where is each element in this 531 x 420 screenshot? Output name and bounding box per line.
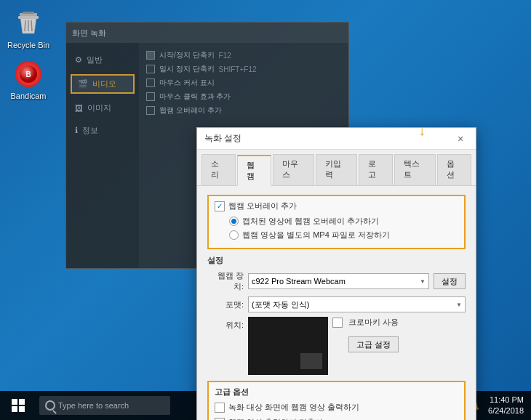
radio-option-2[interactable] xyxy=(229,230,239,240)
info-icon: ℹ xyxy=(75,126,78,135)
desktop: Recycle Bin B Bandicam 화면 녹 xyxy=(0,0,531,420)
bg-checkbox-1 xyxy=(146,51,155,60)
svg-line-2 xyxy=(25,20,25,31)
tab-options[interactable]: 옵션 xyxy=(437,154,471,185)
bandicam-image: B xyxy=(14,60,43,89)
svg-rect-5 xyxy=(18,16,39,19)
webcam-device-row: 웹캠 장치: c922 Pro Stream Webcam ▼ 설정 xyxy=(207,270,466,292)
gear-icon: ⚙ xyxy=(75,55,82,65)
bg-sidebar-image[interactable]: 🖼 이미지 xyxy=(66,97,139,119)
taskbar-date-value: 6/24/2018 xyxy=(488,405,524,416)
format-value: (포맷 자동 인식) xyxy=(252,299,309,310)
webcam-device-label: 웹캠 장치: xyxy=(207,270,244,292)
output-checkbox[interactable] xyxy=(215,403,225,413)
bg-sidebar-video[interactable]: 🎬 비디오 xyxy=(71,74,135,94)
advanced-settings-button[interactable]: 고급 설정 xyxy=(348,336,399,352)
advanced-options-title: 고급 옵션 xyxy=(215,387,458,397)
bg-menu-label-2: 일시 정지 단축키 xyxy=(159,64,215,74)
bg-checkbox-4 xyxy=(146,92,155,101)
bg-sidebar-general[interactable]: ⚙ 일반 xyxy=(66,49,139,71)
bg-menu-webcam: 웹캠 오버레이 추가 xyxy=(146,105,341,116)
bg-menu-label-1: 시작/정지 단축키 xyxy=(159,50,215,60)
bg-shortcut-1: F12 xyxy=(219,52,231,60)
webcam-overlay-section: 웹캠 오버레이 추가 캡처된 영상에 웹캠 오버레이 추가하기 웹캠 영상을 별… xyxy=(207,195,466,249)
bg-sidebar-video-label: 비디오 xyxy=(92,78,116,89)
webcam-overlay-label: 웹캠 오버레이 추가 xyxy=(228,201,297,211)
taskbar-clock: 11:40 PM 6/24/2018 xyxy=(488,395,524,417)
tab-mouse[interactable]: 마우스 xyxy=(273,154,314,185)
radio-option-1[interactable] xyxy=(229,217,239,226)
format-label: 포맷: xyxy=(207,299,244,310)
position-right-controls: 크로마키 사용 고급 설정 xyxy=(332,317,399,352)
tab-logo[interactable]: 로고 xyxy=(359,154,393,185)
taskbar-time-value: 11:40 PM xyxy=(488,395,524,405)
taskbar-search[interactable]: Type here to search xyxy=(39,396,170,415)
bg-shortcut-2: SHIFT+F12 xyxy=(219,65,257,73)
image-icon: 🖼 xyxy=(75,104,83,113)
chroma-key-checkbox[interactable] xyxy=(332,318,343,328)
dialog-tabs: 소리 웹캠 마우스 키입력 로고 텍스트 옵션 xyxy=(197,150,476,186)
chroma-key-label: 크로마키 사용 xyxy=(348,317,399,328)
format-row: 포맷: (포맷 자동 인식) ▼ xyxy=(207,296,466,312)
webcam-preview-inner xyxy=(300,353,322,369)
format-arrow: ▼ xyxy=(456,302,462,308)
position-preview-row: 크로마키 사용 고급 설정 xyxy=(248,317,466,375)
advanced-settings-btn-row: 고급 설정 xyxy=(332,336,399,352)
format-select[interactable]: (포맷 자동 인식) ▼ xyxy=(248,296,466,312)
dialog-body: 웹캠 오버레이 추가 캡처된 영상에 웹캠 오버레이 추가하기 웹캠 영상을 별… xyxy=(197,186,476,420)
output-checkbox-row: 녹화 대상 화면에 웹캠 영상 출력하기 xyxy=(215,402,458,413)
dialog-title: 녹화 설정 xyxy=(204,132,452,145)
settings-section: 설정 웹캠 장치: c922 Pro Stream Webcam ▼ 설정 포맷… xyxy=(207,255,466,375)
video-icon: 🎬 xyxy=(78,79,88,89)
bg-menu-label-5: 웹캠 오버레이 추가 xyxy=(159,105,222,116)
tab-text[interactable]: 텍스트 xyxy=(394,154,436,185)
recycle-bin-image xyxy=(14,9,43,38)
webcam-device-select[interactable]: c922 Pro Stream Webcam ▼ xyxy=(248,273,429,289)
bg-sidebar-general-label: 일반 xyxy=(87,54,103,65)
arrow-indicator: ↓ xyxy=(418,122,426,139)
shortcut-checkbox-row: 웹캠 영상 출력하기 단축키 Tab xyxy=(215,417,458,420)
bg-window-titlebar: 화면 녹화 xyxy=(66,23,348,43)
svg-line-4 xyxy=(31,20,32,31)
bg-menu-click: 마우스 클릭 효과 추가 xyxy=(146,92,341,102)
tab-sound[interactable]: 소리 xyxy=(201,154,236,185)
bandicam-label: Bandicam xyxy=(11,92,47,101)
bg-checkbox-2 xyxy=(146,65,155,73)
bandicam-icon[interactable]: B Bandicam xyxy=(3,57,54,104)
dialog-titlebar: 녹화 설정 × xyxy=(197,128,476,150)
position-row: 위치: 크로마키 사용 xyxy=(207,317,466,375)
radio-row-2: 웹캠 영상을 별도의 MP4 파일로 저장하기 xyxy=(229,230,458,241)
tab-keyinput[interactable]: 키입력 xyxy=(316,154,357,185)
arrow-symbol: ↓ xyxy=(418,122,426,138)
output-label: 녹화 대상 화면에 웹캠 영상 출력하기 xyxy=(228,402,359,413)
bg-sidebar-info[interactable]: ℹ 정보 xyxy=(66,119,139,142)
bg-checkbox-5 xyxy=(146,106,155,115)
advanced-options-section: 고급 옵션 녹화 대상 화면에 웹캠 영상 출력하기 웹캠 영상 출력하기 단축… xyxy=(207,381,466,420)
webcam-device-arrow: ▼ xyxy=(420,278,426,285)
radio-row-1: 캡처된 영상에 웹캠 오버레이 추가하기 xyxy=(229,216,458,227)
shortcut-checkbox[interactable] xyxy=(215,418,225,421)
webcam-preview xyxy=(248,317,328,375)
svg-text:B: B xyxy=(25,70,31,78)
bg-menu-cursor: 마우스 커서 표시 xyxy=(146,78,341,88)
recycle-bin-icon[interactable]: Recycle Bin xyxy=(3,6,54,53)
bg-sidebar-image-label: 이미지 xyxy=(87,102,111,113)
bg-menu-label-4: 마우스 클릭 효과 추가 xyxy=(159,92,231,102)
webcam-settings-button[interactable]: 설정 xyxy=(434,273,466,289)
bg-sidebar-info-label: 정보 xyxy=(82,125,98,136)
dialog-close-button[interactable]: × xyxy=(452,131,468,147)
radio-label-2: 웹캠 영상을 별도의 MP4 파일로 저장하기 xyxy=(242,230,390,241)
chroma-key-row: 크로마키 사용 xyxy=(332,317,399,328)
bg-menu-shortcut2: 일시 정지 단축키 SHIFT+F12 xyxy=(146,64,341,74)
tab-webcam[interactable]: 웹캠 xyxy=(237,155,271,186)
settings-section-title: 설정 xyxy=(207,255,466,266)
bg-menu-shortcut1: 시작/정지 단축키 F12 xyxy=(146,50,341,60)
webcam-overlay-checkbox[interactable] xyxy=(215,201,225,211)
recycle-bin-label: Recycle Bin xyxy=(7,41,49,50)
position-label: 위치: xyxy=(207,317,244,331)
svg-rect-1 xyxy=(23,12,34,14)
windows-logo xyxy=(12,399,25,412)
webcam-overlay-checkbox-row: 웹캠 오버레이 추가 xyxy=(215,201,458,211)
start-button[interactable] xyxy=(0,391,36,420)
webcam-device-value: c922 Pro Stream Webcam xyxy=(252,277,346,286)
